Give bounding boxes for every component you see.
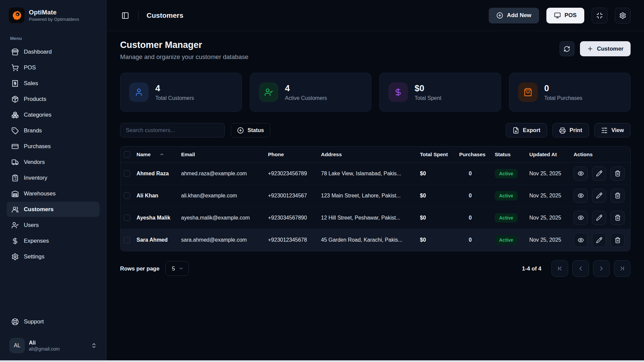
sidebar-footer: Support AL Ali ali@gmail.com	[7, 314, 100, 356]
app-logo-icon	[9, 7, 24, 23]
search-input[interactable]	[120, 123, 225, 137]
user-menu[interactable]: AL Ali ali@gmail.com	[7, 335, 100, 356]
row-checkbox-cell	[120, 170, 137, 177]
page-header-actions: Customer	[559, 41, 631, 56]
plus-circle-icon	[237, 127, 244, 134]
customer-updated-at: Nov 25, 2025	[529, 237, 574, 243]
avatar: AL	[9, 338, 25, 353]
store-icon	[11, 48, 19, 56]
rows-per-page-select[interactable]: 5	[165, 261, 189, 276]
stat-icon-box	[518, 82, 538, 102]
add-customer-label: Customer	[597, 46, 624, 52]
edit-row-button[interactable]	[592, 189, 606, 203]
stat-text: 4Total Customers	[155, 83, 194, 101]
topbar: Customers Add New POS	[107, 0, 644, 31]
rows-per-page-label: Rows per page	[120, 265, 159, 272]
sidebar-item-vendors[interactable]: Vendors	[7, 155, 100, 170]
sidebar-item-dashboard[interactable]: Dashboard	[7, 44, 100, 59]
status-filter-button[interactable]: Status	[231, 123, 270, 137]
support-label: Support	[24, 318, 44, 325]
sidebar-item-pos[interactable]: POS	[7, 60, 100, 75]
add-customer-button[interactable]: Customer	[580, 41, 631, 56]
next-page-button[interactable]	[593, 260, 610, 277]
sidebar-item-users[interactable]: Users	[7, 218, 100, 233]
customer-name: Sara Ahmed	[137, 237, 181, 243]
brand-tagline: Powered by Optimaldevs	[29, 17, 79, 22]
sidebar-item-support[interactable]: Support	[7, 314, 100, 329]
settings-button[interactable]	[615, 8, 631, 23]
customer-name: Ali Khan	[137, 193, 181, 199]
customer-status-cell: Active	[495, 169, 529, 178]
topbar-right: Add New POS	[489, 8, 631, 23]
delete-row-button[interactable]	[610, 233, 625, 247]
customer-purchases: 0	[459, 215, 495, 221]
stat-value: 0	[544, 83, 583, 94]
sidebar-item-label: Inventory	[24, 175, 47, 181]
life-buoy-icon	[11, 318, 19, 325]
row-checkbox[interactable]	[124, 170, 130, 177]
view-row-button[interactable]	[574, 233, 588, 247]
refresh-button[interactable]	[559, 41, 575, 56]
sidebar-item-customers[interactable]: Customers	[7, 202, 100, 217]
sidebar-item-sales[interactable]: Sales	[7, 76, 100, 91]
chevron-last-icon	[619, 265, 626, 272]
package-icon	[11, 96, 19, 103]
edit-row-button[interactable]	[592, 233, 606, 247]
row-checkbox[interactable]	[124, 215, 130, 221]
customer-total-spent: $0	[420, 215, 459, 221]
customer-updated-at: Nov 25, 2025	[529, 215, 574, 221]
stat-text: 4Active Customers	[285, 83, 327, 101]
edit-row-button[interactable]	[592, 211, 606, 225]
chevron-first-icon	[556, 265, 563, 272]
clipboard-icon	[11, 174, 19, 182]
table-row[interactable]: Ali Khanali.khan@example.com+92300123456…	[120, 185, 630, 207]
stat-card-active-customers: 4Active Customers	[250, 73, 372, 112]
row-checkbox[interactable]	[124, 237, 130, 243]
sidebar-item-categories[interactable]: Categories	[7, 107, 100, 122]
sidebar-item-warehouses[interactable]: Warehouses	[7, 186, 100, 201]
sidebar-item-label: Sales	[24, 80, 38, 87]
customer-email: ayesha.malik@example.com	[181, 215, 268, 221]
row-actions	[574, 211, 630, 225]
view-row-button[interactable]	[574, 167, 588, 181]
export-button[interactable]: Export	[506, 123, 547, 137]
table-row[interactable]: Sara Ahmedsara.ahmed@example.com+9230123…	[120, 229, 630, 251]
last-page-button[interactable]	[614, 260, 631, 277]
view-row-button[interactable]	[574, 189, 588, 203]
previous-page-button[interactable]	[572, 260, 589, 277]
sidebar-item-brands[interactable]: Brands	[7, 123, 100, 138]
sidebar-item-inventory[interactable]: Inventory	[7, 170, 100, 185]
user-meta: Ali ali@gmail.com	[29, 340, 60, 352]
delete-row-button[interactable]	[610, 189, 625, 203]
stat-value: 4	[285, 83, 327, 94]
sidebar-item-expenses[interactable]: Expenses	[7, 233, 100, 248]
collapse-button[interactable]	[592, 8, 607, 23]
delete-row-button[interactable]	[610, 211, 625, 225]
sidebar-item-label: Expenses	[24, 238, 49, 244]
truck-icon	[11, 159, 19, 166]
status-filter-label: Status	[248, 127, 264, 133]
first-page-button[interactable]	[551, 260, 568, 277]
sidebar-item-purchases[interactable]: Purchases	[7, 139, 100, 154]
select-all-checkbox[interactable]	[124, 151, 130, 158]
delete-row-button[interactable]	[610, 167, 625, 181]
sidebar-item-settings[interactable]: Settings	[7, 249, 100, 264]
table-row[interactable]: Ahmed Razaahmed.raza@example.com+9230234…	[120, 163, 630, 185]
print-button[interactable]: Print	[552, 123, 589, 137]
table-header-row: Name Email Phone Address Total Spent Pur…	[120, 146, 630, 163]
add-new-button[interactable]: Add New	[489, 8, 539, 23]
view-row-button[interactable]	[574, 211, 588, 225]
gear-icon	[11, 253, 19, 260]
sidebar-item-products[interactable]: Products	[7, 92, 100, 107]
pos-label: POS	[565, 12, 577, 19]
pos-button[interactable]: POS	[546, 8, 584, 23]
customer-address: 12 Hill Street, Peshawar, Pakist...	[321, 215, 420, 221]
sidebar-toggle-button[interactable]	[120, 10, 130, 20]
table-row[interactable]: Ayesha Malikayesha.malik@example.com+923…	[120, 207, 630, 229]
edit-row-button[interactable]	[592, 167, 606, 181]
row-checkbox[interactable]	[124, 192, 130, 199]
view-button[interactable]: View	[594, 123, 631, 137]
horizontal-scrollbar[interactable]	[0, 360, 644, 362]
dollar-icon	[11, 237, 19, 245]
column-header-name[interactable]: Name	[137, 152, 181, 158]
